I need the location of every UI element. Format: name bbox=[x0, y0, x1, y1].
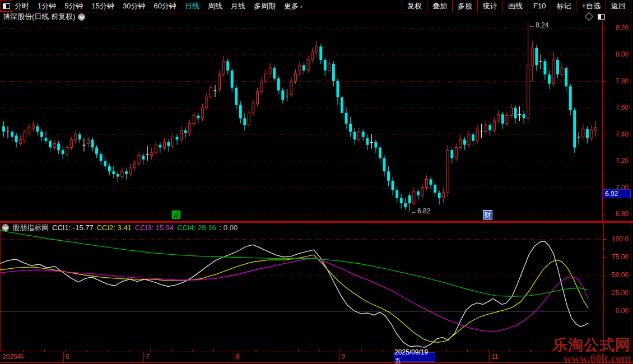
period-tab-1[interactable]: 分时 bbox=[15, 0, 29, 12]
date-axis-month-label: 11 bbox=[491, 353, 498, 361]
indicator-collapse-icon[interactable] bbox=[2, 224, 9, 231]
indicator-header: 股朋指标网 CCI1: -15.77CCI2: 3.41CCI3: 15.94C… bbox=[2, 223, 238, 232]
date-axis-year-label: 2025年 bbox=[2, 353, 24, 361]
toolbar-button-2[interactable]: 叠加 bbox=[427, 0, 452, 12]
indicator-value-2: CCI2: 3.41 bbox=[97, 223, 132, 232]
cci-axis-label: 0.00 bbox=[605, 307, 629, 315]
indicator-value-1: CCI1: -15.77 bbox=[52, 223, 94, 232]
price-axis-label: 7.60 bbox=[604, 104, 629, 111]
indicator-value-4: CCI4: 29.16 bbox=[177, 223, 216, 232]
period-tab-5[interactable]: 30分钟 bbox=[123, 0, 145, 12]
period-tab-4[interactable]: 15分钟 bbox=[91, 0, 114, 12]
price-axis-label: 7.80 bbox=[604, 77, 629, 85]
price-axis-label: 8.20 bbox=[604, 24, 629, 32]
period-tabs: 分时1分钟5分钟15分钟30分钟60分钟日线周线月线多周期更多› bbox=[15, 0, 302, 12]
price-axis-label: 7.20 bbox=[604, 157, 629, 165]
toolbar-button-9[interactable]: 返回 bbox=[606, 0, 631, 12]
panel-toggle-icon[interactable] bbox=[598, 14, 605, 20]
period-tab-6[interactable]: 60分钟 bbox=[153, 0, 176, 12]
page-title: 博深股份(日线.前复权) bbox=[3, 12, 75, 22]
title-right-icons bbox=[586, 13, 605, 20]
toolbar-button-3[interactable]: 多股 bbox=[452, 0, 477, 12]
latest-price-badge: 6.92 bbox=[603, 189, 631, 198]
toolbar-button-5[interactable]: 画线 bbox=[502, 0, 528, 12]
chart-canvas[interactable] bbox=[0, 0, 633, 364]
date-axis-month-label: 7 bbox=[146, 353, 150, 361]
cci-axis-label: 75.00 bbox=[605, 253, 629, 261]
chevron-down-circle-icon[interactable] bbox=[78, 13, 85, 21]
toolbar-actions: 复权叠加多股统计画线F10标记+自选返回 bbox=[402, 0, 631, 12]
period-tab-8[interactable]: 周线 bbox=[208, 0, 222, 12]
price-axis-label: 7.40 bbox=[604, 130, 629, 138]
cci-axis-label: 100.0 bbox=[605, 235, 629, 243]
more-menu-button[interactable]: 更多› bbox=[284, 0, 302, 12]
window-split-icon bbox=[3, 3, 10, 9]
toolbar-button-1[interactable]: 复权 bbox=[402, 0, 427, 12]
stock-app-window: 分时1分钟5分钟15分钟30分钟60分钟日线周线月线多周期更多› 复权叠加多股统… bbox=[0, 0, 633, 364]
toolbar-button-6[interactable]: F10 bbox=[528, 0, 551, 12]
toolbar-button-4[interactable]: 统计 bbox=[477, 0, 502, 12]
chevron-right-icon: › bbox=[300, 3, 302, 10]
period-tab-10[interactable]: 多周期 bbox=[254, 0, 276, 12]
watermark-site-name: 乐淘公式网 bbox=[552, 338, 631, 353]
period-tab-2[interactable]: 1分钟 bbox=[38, 0, 56, 12]
cci-axis-label: 25.00 bbox=[605, 289, 629, 297]
watermark-url: www.60lt.com bbox=[552, 353, 631, 364]
cci-axis-label: 50.00 bbox=[605, 271, 629, 279]
indicator-value-3: CCI3: 15.94 bbox=[135, 223, 174, 232]
period-tab-7[interactable]: 日线 bbox=[185, 0, 199, 12]
window-layout-button[interactable] bbox=[0, 0, 12, 12]
diamond-icon[interactable] bbox=[585, 12, 594, 21]
low-price-annotation: ←6.82 bbox=[411, 207, 430, 215]
indicator-value-extra: : 0.00 bbox=[220, 223, 238, 232]
date-axis-month-label: 6 bbox=[66, 353, 69, 361]
period-tab-9[interactable]: 月线 bbox=[231, 0, 245, 12]
selected-date-badge: 2025/09/19五 bbox=[394, 352, 435, 362]
high-price-annotation: ←8.24 bbox=[529, 21, 548, 29]
price-axis-label: 6.80 bbox=[604, 210, 629, 218]
top-toolbar: 分时1分钟5分钟15分钟30分钟60分钟日线周线月线多周期更多› 复权叠加多股统… bbox=[0, 0, 633, 12]
finance-marker-badge: 财 bbox=[483, 210, 492, 220]
reduction-marker-badge: 减 bbox=[171, 210, 181, 220]
period-tab-3[interactable]: 5分钟 bbox=[64, 0, 83, 12]
date-axis-month-label: 9 bbox=[341, 353, 345, 361]
toolbar-button-7[interactable]: 标记 bbox=[551, 0, 576, 12]
chart-title-row: 博深股份(日线.前复权) bbox=[3, 12, 85, 21]
toolbar-button-8[interactable]: +自选 bbox=[576, 0, 606, 12]
watermark: 乐淘公式网 www.60lt.com bbox=[552, 338, 631, 364]
date-axis-month-label: 8 bbox=[236, 353, 240, 361]
price-axis-label: 8.00 bbox=[604, 50, 629, 58]
indicator-source-label: 股朋指标网 bbox=[12, 223, 49, 233]
